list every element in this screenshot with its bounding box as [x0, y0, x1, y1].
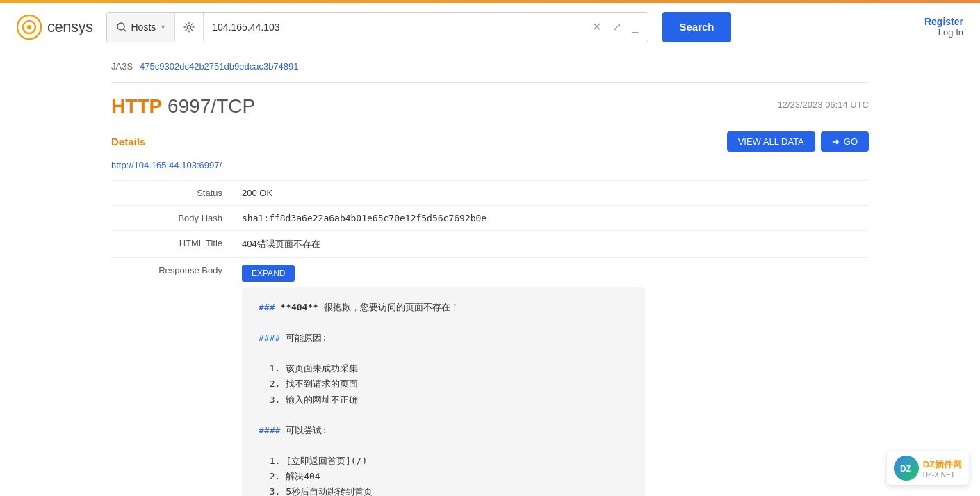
chevron-down-icon: ▾	[161, 23, 165, 31]
table-row: HTML Title 404错误页面不存在	[111, 231, 869, 258]
search-actions: ✕ ⤢ _	[582, 13, 648, 42]
response-line: ### **404** 很抱歉，您要访问的页面不存在！	[259, 300, 628, 315]
list-item: 1. [立即返回首页](/)	[259, 454, 628, 469]
ja3s-row: JA3S 475c9302dc42b2751db9edcac3b74891	[111, 51, 869, 79]
data-table: Status 200 OK Body Hash sha1:ff8d3a6e22a…	[111, 180, 869, 496]
register-link[interactable]: Register	[924, 16, 963, 27]
clear-button[interactable]: ✕	[589, 17, 604, 36]
status-value: 200 OK	[236, 181, 869, 206]
go-arrow-icon: ➜	[832, 136, 840, 147]
line-rest: 很抱歉，您要访问的页面不存在！	[318, 302, 459, 312]
dz-icon: DZ	[899, 461, 914, 476]
line-rest: 可以尝试:	[286, 425, 327, 435]
search-button[interactable]: Search	[662, 12, 730, 42]
gear-icon	[183, 22, 195, 33]
details-label: Details	[111, 136, 145, 147]
expand-button[interactable]: ⤢	[610, 17, 624, 36]
response-line	[259, 346, 628, 361]
hash-prefix: ###	[259, 302, 280, 312]
watermark-logo-icon: DZ	[894, 456, 919, 481]
table-row: Body Hash sha1:ff8d3a6e22a6ab4b01e65c70e…	[111, 206, 869, 231]
response-line	[259, 408, 628, 423]
response-body-box: ### **404** 很抱歉，您要访问的页面不存在！ #### 可能原因: 1…	[242, 287, 645, 496]
status-label: Status	[111, 181, 236, 206]
body-hash-value: sha1:ff8d3a6e22a6ab4b01e65c70e12f5d56c76…	[236, 206, 869, 231]
details-section: Details VIEW ALL DATA ➜ GO http://104.16…	[111, 125, 869, 496]
section-divider	[111, 79, 869, 79]
logo-icon	[17, 15, 42, 40]
details-url[interactable]: http://104.165.44.103:6997/	[111, 160, 869, 170]
response-line	[259, 438, 628, 454]
watermark-text-group: DZ插件网 DZ-X.NET	[923, 458, 962, 479]
search-bar: Hosts ▾ ✕ ⤢ _	[106, 12, 648, 42]
line-rest: 可能原因:	[286, 333, 327, 343]
html-title-label: HTML Title	[111, 231, 236, 258]
watermark: DZ DZ插件网 DZ-X.NET	[887, 451, 969, 485]
svg-point-5	[188, 25, 191, 29]
search-input[interactable]	[204, 13, 582, 42]
svg-line-4	[124, 29, 126, 31]
logo-text: censys	[47, 18, 92, 36]
settings-button[interactable]	[175, 13, 204, 42]
list-item: 2. 解决404	[259, 469, 628, 484]
list-item: 3. 5秒后自动跳转到首页	[259, 484, 628, 496]
main-content: JA3S 475c9302dc42b2751db9edcac3b74891 HT…	[0, 51, 980, 496]
watermark-main-text: DZ插件网	[923, 458, 962, 471]
logo[interactable]: censys	[17, 15, 92, 40]
table-row: Status 200 OK	[111, 181, 869, 206]
login-link[interactable]: Log In	[938, 27, 963, 38]
view-all-button[interactable]: VIEW ALL DATA	[727, 131, 815, 152]
list-item: 2. 找不到请求的页面	[259, 376, 628, 392]
table-row: Response Body EXPAND ### **404** 很抱歉，您要访…	[111, 258, 869, 497]
response-body-label: Response Body	[111, 258, 236, 497]
hash-prefix: ####	[259, 425, 286, 435]
section-title: HTTP 6997/TCP	[111, 95, 255, 118]
section-timestamp: 12/23/2023 06:14 UTC	[777, 99, 869, 110]
bold-404: **404**	[280, 302, 318, 312]
expand-button[interactable]: EXPAND	[242, 265, 295, 282]
hash-prefix: ####	[259, 333, 286, 343]
list-item: 3. 输入的网址不正确	[259, 392, 628, 408]
watermark-sub-text: DZ-X.NET	[923, 471, 962, 479]
svg-point-2	[27, 25, 31, 29]
details-header: Details VIEW ALL DATA ➜ GO	[111, 131, 869, 152]
response-line: #### 可能原因:	[259, 330, 628, 346]
header: censys Hosts ▾ ✕ ⤢ _ Search Register Log…	[0, 3, 980, 51]
svg-text:DZ: DZ	[900, 464, 911, 474]
search-type-label: Hosts	[131, 22, 156, 33]
html-title-value: 404错误页面不存在	[236, 231, 869, 258]
terminal-button[interactable]: _	[630, 18, 642, 36]
action-buttons: VIEW ALL DATA ➜ GO	[727, 131, 869, 152]
response-line	[259, 315, 628, 330]
ja3s-value[interactable]: 475c9302dc42b2751db9edcac3b74891	[140, 61, 298, 72]
go-button[interactable]: ➜ GO	[821, 131, 869, 152]
ja3s-label: JA3S	[111, 61, 133, 72]
header-auth: Register Log In	[924, 16, 963, 38]
search-type-button[interactable]: Hosts ▾	[107, 13, 175, 42]
section-port: 6997/TCP	[168, 95, 255, 118]
go-label: GO	[844, 136, 858, 147]
list-item: 1. 该页面未成功采集	[259, 361, 628, 376]
response-body-cell: EXPAND ### **404** 很抱歉，您要访问的页面不存在！ #### …	[236, 258, 869, 497]
section-protocol: HTTP	[111, 95, 162, 118]
section-header: HTTP 6997/TCP 12/23/2023 06:14 UTC	[111, 82, 869, 125]
search-icon	[117, 22, 126, 32]
response-line: #### 可以尝试:	[259, 423, 628, 438]
body-hash-label: Body Hash	[111, 206, 236, 231]
